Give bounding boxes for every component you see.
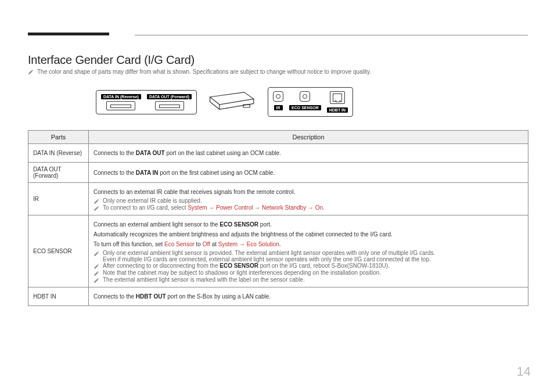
pencil-icon <box>93 251 99 257</box>
part-name: IR <box>28 183 89 215</box>
table-header-row: Parts Description <box>28 131 528 144</box>
port-hdbt: HDBT IN <box>327 91 348 113</box>
pencil-icon <box>93 278 99 283</box>
part-name: ECO SENSOR <box>28 215 89 287</box>
port-data-in: DATA IN (Reverse) <box>101 94 141 110</box>
port-label-eco: ECO SENSOR <box>289 105 321 110</box>
part-desc: Connects to the HDBT OUT port on the S-B… <box>89 287 528 306</box>
pencil-icon <box>93 199 99 204</box>
page-number: 14 <box>517 364 531 379</box>
table-row: DATA IN (Reverse) Connects to the DATA O… <box>28 144 528 163</box>
part-name: DATA OUT (Forward) <box>28 163 89 183</box>
circle-port-icon <box>273 91 283 102</box>
hdmi-port-icon <box>106 101 135 110</box>
port-ir: IR <box>273 91 283 110</box>
port-label-ir: IR <box>274 105 283 110</box>
table-row: HDBT IN Connects to the HDBT OUT port on… <box>28 287 528 306</box>
header-rule <box>135 35 528 35</box>
hdmi-port-icon <box>155 101 184 110</box>
diagram-ports-left: DATA IN (Reverse) DATA OUT (Forward) <box>96 90 197 114</box>
part-name: HDBT IN <box>28 287 89 306</box>
port-label-data-in: DATA IN (Reverse) <box>101 94 141 99</box>
part-desc: Connects an external ambient light senso… <box>89 215 528 287</box>
port-label-data-out: DATA OUT (Forward) <box>147 94 192 99</box>
parts-table: Parts Description DATA IN (Reverse) Conn… <box>28 130 528 306</box>
port-data-out: DATA OUT (Forward) <box>147 94 192 110</box>
svg-marker-0 <box>210 92 254 104</box>
rj45-port-icon <box>330 91 345 104</box>
top-note: The color and shape of parts may differ … <box>28 69 371 75</box>
table-row: ECO SENSOR Connects an external ambient … <box>28 215 528 287</box>
card-board-icon <box>206 90 258 114</box>
pencil-icon <box>28 69 34 75</box>
th-parts: Parts <box>28 131 89 144</box>
part-desc: Connects to the DATA IN port on the firs… <box>89 163 528 183</box>
header-rule-bold <box>28 33 109 35</box>
part-name: DATA IN (Reverse) <box>28 144 89 163</box>
pencil-icon <box>93 206 99 211</box>
pencil-icon <box>93 264 99 269</box>
port-eco: ECO SENSOR <box>289 91 321 110</box>
part-desc: Connects to the DATA OUT port on the las… <box>89 144 528 163</box>
th-description: Description <box>89 131 528 144</box>
table-row: IR Connects to an external IR cable that… <box>28 183 528 215</box>
menu-path: System → Power Control → Network Standby… <box>188 204 323 211</box>
table-row: DATA OUT (Forward) Connects to the DATA … <box>28 163 528 183</box>
page-title: Interface Gender Card (I/G Card) <box>28 53 195 67</box>
pencil-icon <box>93 271 99 276</box>
diagram-ports-right: IR ECO SENSOR HDBT IN <box>268 87 353 117</box>
circle-port-icon <box>300 91 310 102</box>
part-desc: Connects to an external IR cable that re… <box>89 183 528 215</box>
port-label-hdbt: HDBT IN <box>327 107 348 113</box>
diagram-row: DATA IN (Reverse) DATA OUT (Forward) IR … <box>96 87 353 117</box>
top-note-text: The color and shape of parts may differ … <box>37 69 371 75</box>
